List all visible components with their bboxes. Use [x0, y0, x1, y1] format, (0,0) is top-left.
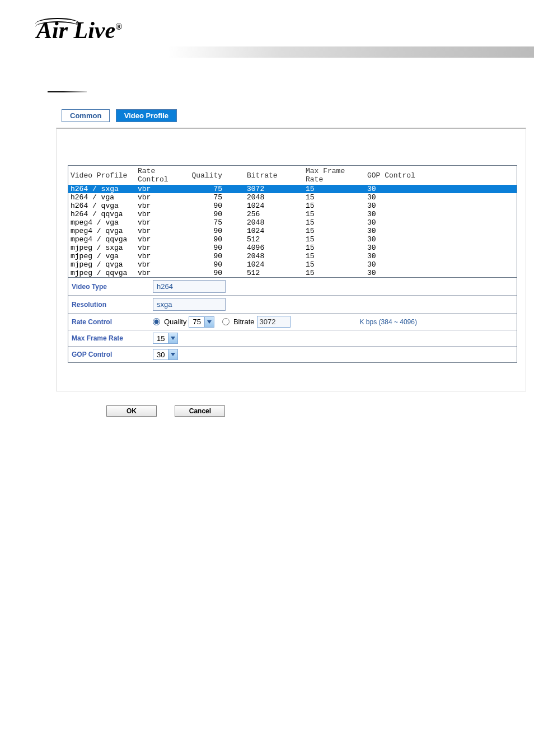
table-cell: 90 [189, 202, 245, 210]
table-cell: 30 [365, 185, 517, 193]
tab-video-profile[interactable]: Video Profile [116, 109, 177, 122]
table-cell: 2048 [245, 252, 303, 260]
table-cell: 30 [365, 218, 517, 227]
max-frame-rate-select[interactable]: 15 [153, 333, 178, 344]
table-cell: vbr [135, 269, 189, 277]
table-cell: 15 [303, 252, 365, 260]
table-cell: vbr [135, 252, 189, 260]
tab-common[interactable]: Common [62, 109, 110, 122]
table-cell: mpeg4 / vga [68, 218, 135, 227]
table-header-row: Video Profile Rate Control Quality Bitra… [68, 166, 517, 185]
section-divider [48, 91, 87, 92]
bitrate-hint: K bps (384 ~ 4096) [360, 318, 417, 326]
table-cell: 90 [189, 235, 245, 244]
table-cell: 90 [189, 260, 245, 269]
table-cell: 1024 [245, 227, 303, 235]
bitrate-radio[interactable] [222, 318, 229, 325]
table-cell: 15 [303, 227, 365, 235]
table-cell: 15 [303, 269, 365, 277]
table-cell: mpeg4 / qqvga [68, 235, 135, 244]
table-cell: 90 [189, 252, 245, 260]
table-row[interactable]: mjpeg / sxgavbr9040961530 [68, 244, 517, 252]
chevron-down-icon[interactable] [168, 349, 177, 360]
bitrate-radio-label: Bitrate [233, 318, 255, 326]
table-cell: 1024 [245, 202, 303, 210]
table-row[interactable]: mjpeg / qqvgavbr905121530 [68, 269, 517, 277]
table-cell: 4096 [245, 244, 303, 252]
table-cell: 1024 [245, 260, 303, 269]
table-cell: 75 [189, 193, 245, 202]
table-cell: 15 [303, 210, 365, 218]
table-row[interactable]: h264 / qqvgavbr902561530 [68, 210, 517, 218]
th-gop: GOP Control [365, 166, 517, 185]
profile-form: Video Type Resolution Rate Control Quali… [68, 278, 517, 363]
table-cell: 30 [365, 210, 517, 218]
table-cell: vbr [135, 218, 189, 227]
content-panel: Video Profile Rate Control Quality Bitra… [56, 128, 526, 391]
table-row[interactable]: h264 / vgavbr7520481530 [68, 193, 517, 202]
table-cell: vbr [135, 227, 189, 235]
logo: Air Live® [0, 0, 534, 44]
table-cell: vbr [135, 193, 189, 202]
table-cell: h264 / sxga [68, 185, 135, 193]
table-cell: vbr [135, 210, 189, 218]
table-cell: 90 [189, 244, 245, 252]
table-cell: 30 [365, 227, 517, 235]
table-cell: mjpeg / qvga [68, 260, 135, 269]
video-type-label: Video Type [72, 283, 153, 291]
registered-icon: ® [115, 22, 122, 31]
table-cell: 75 [189, 185, 245, 193]
table-row[interactable]: h264 / qvgavbr9010241530 [68, 202, 517, 210]
cancel-button[interactable]: Cancel [175, 405, 225, 417]
video-type-input[interactable] [153, 280, 226, 293]
th-rate-control: Rate Control [135, 166, 189, 185]
table-cell: 30 [365, 202, 517, 210]
chevron-down-icon[interactable] [204, 317, 214, 327]
table-row[interactable]: mjpeg / qvgavbr9010241530 [68, 260, 517, 269]
table-cell: h264 / qqvga [68, 210, 135, 218]
table-cell: 30 [365, 269, 517, 277]
table-cell: 15 [303, 260, 365, 269]
table-row[interactable]: h264 / sxgavbr7530721530 [68, 185, 517, 193]
quality-select[interactable]: 75 [189, 316, 214, 328]
resolution-input[interactable] [153, 298, 226, 311]
tab-bar: Common Video Profile [62, 109, 534, 122]
chevron-down-icon[interactable] [168, 333, 177, 343]
table-row[interactable]: mpeg4 / vgavbr7520481530 [68, 218, 517, 227]
table-cell: h264 / qvga [68, 202, 135, 210]
th-quality: Quality [189, 166, 245, 185]
table-cell: 2048 [245, 218, 303, 227]
table-cell: 30 [365, 260, 517, 269]
table-cell: 90 [189, 227, 245, 235]
table-cell: h264 / vga [68, 193, 135, 202]
quality-radio[interactable] [153, 318, 160, 325]
table-cell: mjpeg / qqvga [68, 269, 135, 277]
table-cell: 15 [303, 235, 365, 244]
table-cell: 90 [189, 269, 245, 277]
table-cell: 30 [365, 252, 517, 260]
table-cell: 15 [303, 202, 365, 210]
button-row: OK Cancel [106, 405, 534, 417]
logo-swoosh-icon [35, 21, 80, 32]
table-cell: vbr [135, 185, 189, 193]
max-frame-rate-label: Max Frame Rate [72, 334, 153, 342]
ok-button[interactable]: OK [106, 405, 157, 417]
table-cell: 15 [303, 185, 365, 193]
table-cell: 30 [365, 193, 517, 202]
quality-radio-label: Quality [164, 318, 186, 326]
th-bitrate: Bitrate [245, 166, 303, 185]
gop-control-label: GOP Control [72, 351, 153, 358]
bitrate-input[interactable] [257, 316, 291, 328]
gop-control-select[interactable]: 30 [153, 349, 178, 360]
table-cell: 3072 [245, 185, 303, 193]
table-cell: 15 [303, 244, 365, 252]
rate-control-label: Rate Control [72, 318, 153, 326]
header-divider [0, 46, 534, 58]
table-row[interactable]: mjpeg / vgavbr9020481530 [68, 252, 517, 260]
table-row[interactable]: mpeg4 / qqvgavbr905121530 [68, 235, 517, 244]
table-cell: 2048 [245, 193, 303, 202]
table-cell: 15 [303, 218, 365, 227]
table-cell: 90 [189, 210, 245, 218]
table-cell: mpeg4 / qvga [68, 227, 135, 235]
table-row[interactable]: mpeg4 / qvgavbr9010241530 [68, 227, 517, 235]
